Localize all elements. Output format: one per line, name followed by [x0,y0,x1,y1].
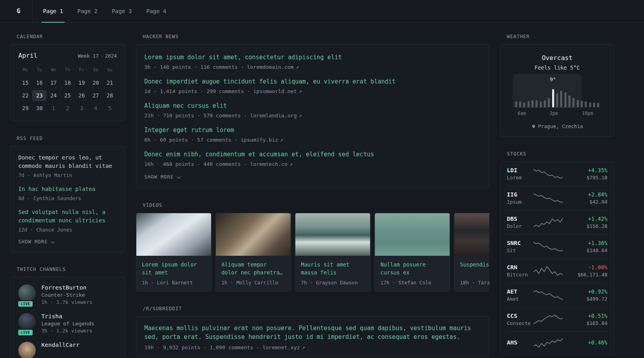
stock-change: +0.92% [568,288,607,295]
video-card[interactable]: Aliquam tempor dolor nec pharetra… 1h · … [215,213,291,292]
twitch-channel-name[interactable]: ForrestBurton [41,284,92,291]
rss-item-title[interactable]: Sed volutpat nulla nisl, a condimentum n… [18,208,117,225]
video-thumbnail[interactable] [295,213,370,256]
app-logo[interactable]: G [17,0,33,22]
stock-price: $42.04 [568,199,607,205]
stock-row[interactable]: CCSConsectetur +0.51%$165.84 [507,307,607,331]
video-card[interactable]: Lorem ipsum dolor sit amet consectetu… 1… [136,213,211,292]
calendar-grid: Mo Tu We Th Fr Sa Su 15 16 17 18 19 20 2… [18,65,117,114]
hn-item: Donec imperdiet augue tincidunt felis al… [144,78,481,94]
tab-page-1[interactable]: Page 1 [41,0,65,22]
external-link-icon: ↗ [296,64,299,70]
twitch-channel-row[interactable]: LIVE ForrestBurton Counter-Strike 1h · 1… [18,284,117,305]
hn-show-more-button[interactable]: SHOW MORE [144,174,180,180]
video-thumbnail[interactable] [216,213,291,256]
subreddit-post-title[interactable]: Maecenas mollis pulvinar erat non posuer… [144,324,481,341]
video-meta: 1h · Lori Barnett [142,280,206,286]
tab-page-2[interactable]: Page 2 [76,0,99,22]
twitch-channel-meta: 1h · 1.7k viewers [41,299,92,305]
external-link-icon: ↗ [299,88,302,94]
twitch-channel-name[interactable]: Trisha [41,313,94,319]
rss-item-title[interactable]: Donec tempor eros leo, ut commodo mauris… [18,154,117,170]
external-link-icon: ↗ [289,161,293,167]
hn-item-title[interactable]: Donec imperdiet augue tincidunt felis al… [144,78,481,86]
video-thumbnail[interactable] [454,213,489,256]
weather-bar [544,100,546,107]
video-title[interactable]: Mauris sit amet massa felis [301,261,365,277]
subreddit-widget-title: /R/SUBREDDIT [143,306,489,311]
stock-row[interactable]: AETAmet +0.92%$499.72 [507,283,607,307]
stock-row[interactable]: IIGIpsum +2.84%$42.04 [507,186,607,210]
calendar-dow: Sa [89,65,103,76]
video-card[interactable]: Suspendisse diam 18h · Tara [454,213,489,292]
stock-row[interactable]: AHS +0.46% [507,331,607,354]
stock-name: Ipsum [507,199,530,205]
hn-item: Donec enim nibh, condimentum et accumsan… [144,150,481,167]
calendar-week-year: Week 17·2024 [78,53,117,59]
weather-bar [572,98,574,107]
weather-bar [535,100,537,107]
hn-item-title[interactable]: Integer eget rutrum lorem [144,126,481,134]
top-nav-bar: G Page 1 Page 2 Page 3 Page 4 [0,0,644,23]
video-title[interactable]: Aliquam tempor dolor nec pharetra… [221,261,285,277]
hn-item-title[interactable]: Lorem ipsum dolor sit amet, consectetur … [144,53,481,62]
external-link-icon: ↗ [280,137,283,143]
chevron-down-icon [177,175,181,179]
rss-show-more-label: SHOW MORE [18,239,48,245]
calendar-day: 15 [18,77,32,88]
weather-bar [581,101,583,107]
stock-sparkline [533,289,564,301]
hn-show-more-label: SHOW MORE [144,174,174,180]
rss-item-title[interactable]: In hac habitasse platea [18,185,117,193]
calendar-day: 27 [89,90,103,101]
stock-sparkline [533,216,564,228]
avatar [18,284,36,302]
twitch-channel-row[interactable]: KendallCarr [18,342,117,358]
hn-item-title[interactable]: Aliquam nec cursus elit [144,102,481,110]
video-meta: 18h · Tara [460,280,489,286]
twitch-avatar-wrap: LIVE [18,284,36,305]
calendar-card: April Week 17·2024 Mo Tu We Th Fr Sa Su … [10,44,125,121]
stock-row[interactable]: SNRCSit +1.36%$148.64 [507,234,607,259]
twitch-channel-row[interactable]: LIVE Trisha League of Legends 3h · 1.2k … [18,313,117,334]
external-link-icon: ↗ [302,344,305,350]
tab-page-4[interactable]: Page 4 [145,0,168,22]
subreddit-widget: /R/SUBREDDIT Maecenas mollis pulvinar er… [136,306,489,358]
live-badge: LIVE [17,329,33,336]
subreddit-card: Maecenas mollis pulvinar erat non posuer… [136,316,489,358]
weather-bar [523,102,525,107]
stock-row[interactable]: LDILorem +4.35%$795.18 [507,162,607,186]
stock-change: +0.46% [568,339,607,346]
calendar-dow: Mo [18,65,32,76]
video-thumbnail[interactable] [375,213,450,256]
calendar-day: 25 [60,90,74,101]
videos-widget-title: VIDEOS [143,202,489,208]
stock-row[interactable]: DBSDolor +1.42%$156.28 [507,210,607,234]
stock-change: -1.00% [568,264,607,270]
calendar-dow: Fr [75,65,89,76]
weather-peak-temp: 9° [550,76,556,82]
hn-item-title[interactable]: Donec enim nibh, condimentum et accumsan… [144,150,481,159]
stock-sparkline [533,192,564,204]
tab-page-3[interactable]: Page 3 [110,0,134,22]
rss-show-more-button[interactable]: SHOW MORE [18,239,54,245]
rss-widget: RSS FEED Donec tempor eros leo, ut commo… [10,136,125,252]
calendar-week-label: Week 17 [78,53,99,59]
hn-meta-text: 6h · 60 points · 57 comments · ipsumify.… [144,137,278,143]
stock-row[interactable]: CRNBitcorn -1.00%$66,171.48 [507,259,607,283]
calendar-day: 30 [32,103,46,114]
avatar [18,342,36,358]
weather-feels-like: Feels like 5°C [508,64,606,71]
hacker-news-widget-title: HACKER NEWS [143,34,489,39]
stock-price: $156.28 [568,223,607,229]
chevron-down-icon [51,239,55,243]
video-card[interactable]: Mauris sit amet massa felis 7h · Grayson… [295,213,370,292]
video-thumbnail[interactable] [136,213,211,256]
twitch-channel-name[interactable]: KendallCarr [41,342,80,348]
video-title[interactable]: Lorem ipsum dolor sit amet consectetu… [142,261,206,277]
video-title[interactable]: Nullam posuere cursus ex [380,261,444,277]
stock-change: +1.36% [568,240,607,246]
weather-location: Prague, Czechia [508,123,606,129]
video-title[interactable]: Suspendisse diam [460,261,489,277]
video-card[interactable]: Nullam posuere cursus ex 17h · Stefan Co… [374,213,450,292]
